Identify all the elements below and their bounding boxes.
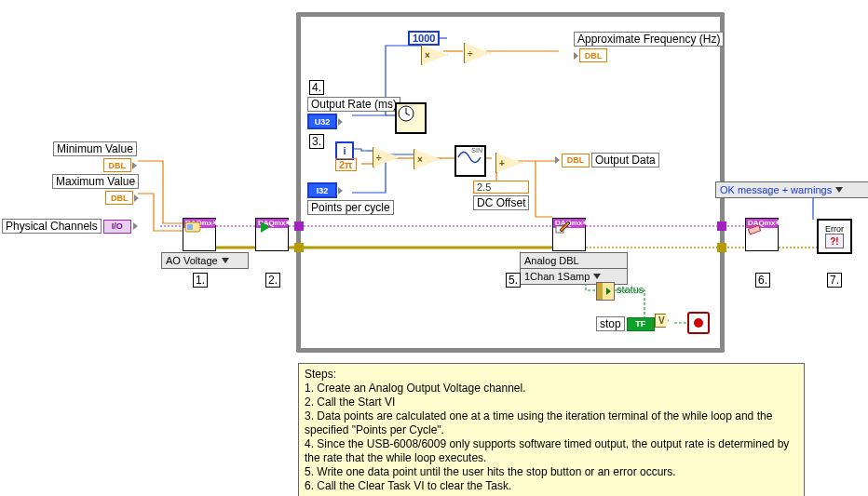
clock-icon [397, 104, 415, 123]
u32-terminal[interactable]: U32 [307, 114, 337, 129]
control-arrow-icon [134, 194, 139, 202]
svg-marker-2 [261, 221, 270, 233]
dc-offset-label: DC Offset [473, 195, 529, 210]
control-arrow-icon [133, 222, 138, 230]
phys-channels-label: Physical Channels [2, 219, 102, 234]
notes-line: 5. Write one data point until the user h… [305, 465, 798, 479]
const-two-pi[interactable]: 2π [335, 158, 357, 171]
dbl-terminal[interactable]: DBL [579, 48, 607, 62]
svg-rect-1 [187, 224, 193, 230]
min-value-control: Minimum Value DBL [53, 141, 137, 172]
steps-notes: Steps: 1. Create an Analog Output Voltag… [298, 363, 805, 496]
output-rate-control: Output Rate (ms) U32 [307, 97, 400, 129]
chevron-down-icon [593, 274, 601, 279]
min-value-label: Minimum Value [53, 141, 137, 156]
dbl-terminal[interactable]: DBL [562, 154, 590, 168]
notes-line: 3. Data points are calculated one at a t… [305, 409, 798, 437]
iteration-terminal[interactable]: i [335, 141, 354, 160]
or-node[interactable]: V [655, 314, 669, 328]
write-mode-line2: 1Chan 1Samp [524, 271, 590, 282]
output-data-indicator: DBL Output Data [555, 153, 659, 168]
notes-line: 4. Since the USB-6008/6009 only supports… [305, 437, 798, 465]
indicator-arrow-icon [555, 156, 560, 164]
loop-tunnel [294, 243, 304, 252]
step-7-label: 7. [827, 273, 842, 288]
chevron-down-icon [222, 258, 229, 263]
block-diagram-canvas: Minimum Value DBL Maximum Value DBL Phys… [0, 0, 868, 496]
chevron-down-icon [835, 187, 843, 193]
svg-rect-7 [748, 225, 760, 235]
control-arrow-icon [132, 162, 137, 169]
stop-label: stop [596, 316, 625, 331]
step-2-label: 2. [265, 273, 280, 288]
const-1000[interactable]: 1000 [408, 31, 440, 46]
pencil-icon [553, 228, 585, 249]
step-1-label: 1. [193, 273, 208, 288]
points-per-cycle-label: Points per cycle [307, 200, 394, 215]
daqmx-clear-task-node[interactable]: DAQmx✶ [745, 218, 779, 251]
dbl-terminal[interactable]: DBL [105, 191, 133, 205]
sine-icon [456, 147, 482, 168]
notes-line: 1. Create an Analog Output Voltage chann… [305, 382, 798, 395]
dc-offset-control: 2.5 DC Offset [473, 181, 529, 210]
max-value-label: Maximum Value [52, 174, 139, 189]
loop-stop-terminal[interactable] [687, 312, 710, 334]
write-mode-selector[interactable]: Analog DBL 1Chan 1Samp [520, 252, 628, 285]
ao-voltage-selector[interactable]: AO Voltage [161, 252, 249, 269]
dbl-terminal[interactable]: DBL [103, 158, 131, 172]
tf-terminal[interactable]: TF [627, 317, 655, 331]
dc-offset-value[interactable]: 2.5 [473, 181, 529, 194]
step-3-label: 3. [309, 134, 324, 149]
ao-voltage-text: AO Voltage [166, 255, 218, 266]
max-value-control: Maximum Value DBL [52, 174, 139, 205]
notes-title: Steps: [305, 368, 798, 382]
question-icon: ?! [830, 236, 838, 247]
output-data-label: Output Data [591, 153, 659, 168]
eraser-icon [746, 228, 778, 249]
daqmx-write-node[interactable]: DAQmx✶ [552, 218, 586, 251]
io-terminal[interactable]: I/O [103, 220, 131, 234]
stop-control: stop TF [596, 316, 661, 331]
error-dialog-selector[interactable]: OK message + warnings [715, 181, 868, 198]
indicator-arrow-icon [574, 52, 578, 60]
notes-line: 6. Call the Clear Task VI to clear the T… [305, 479, 798, 493]
simple-error-handler-node[interactable]: Error ?! [817, 219, 852, 254]
loop-tunnel [717, 221, 726, 231]
unbundle-by-name-node[interactable] [596, 282, 615, 301]
write-mode-line1: Analog DBL [524, 255, 579, 266]
sine-node[interactable]: SIN [454, 145, 486, 177]
control-arrow-icon [338, 187, 343, 194]
status-label: status [617, 284, 644, 295]
play-icon [256, 228, 288, 249]
loop-tunnel [294, 221, 304, 231]
notes-line: 2. Call the Start VI [305, 395, 798, 409]
i32-terminal[interactable]: I32 [307, 182, 337, 198]
loop-tunnel [717, 243, 726, 252]
step-6-label: 6. [755, 273, 770, 288]
wait-ms-node[interactable] [395, 102, 427, 134]
points-per-cycle-control: I32 Points per cycle [307, 182, 394, 215]
approx-freq-indicator: Approximate Frequency (Hz) DBL [574, 32, 724, 62]
arrow-right-icon [606, 288, 611, 295]
step-4-label: 4. [309, 80, 324, 95]
daqmx-create-channel-node[interactable]: DAQmx✶ [183, 218, 216, 251]
const-1000-value: 1000 [408, 31, 440, 46]
step-5-label: 5. [506, 273, 521, 288]
control-arrow-icon [338, 118, 343, 126]
wrench-icon [183, 228, 215, 249]
phys-channels-control: Physical Channels I/O [2, 219, 138, 234]
daqmx-start-task-node[interactable]: DAQmx✶ [255, 218, 289, 251]
output-rate-label: Output Rate (ms) [307, 97, 400, 112]
approx-freq-label: Approximate Frequency (Hz) [574, 32, 724, 47]
stop-circle-icon [694, 318, 703, 328]
error-dialog-text: OK message + warnings [720, 184, 832, 195]
